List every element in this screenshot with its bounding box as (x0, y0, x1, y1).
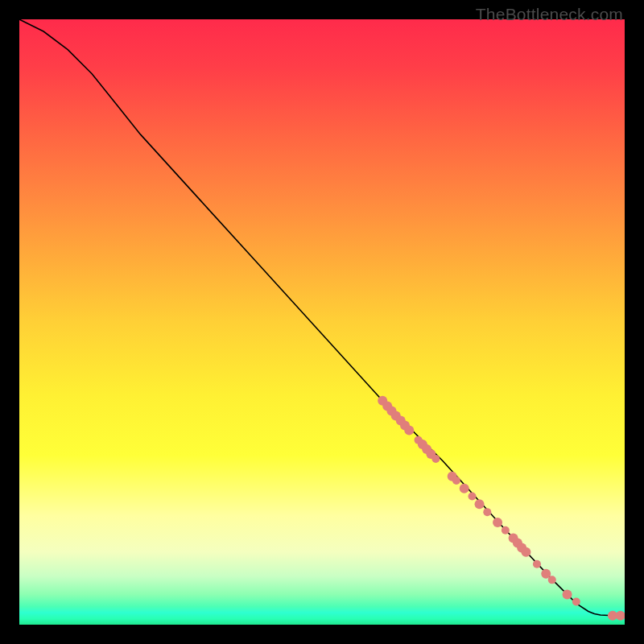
data-marker (616, 611, 625, 621)
data-marker (521, 547, 530, 557)
data-marker (572, 597, 580, 605)
chart-svg (19, 19, 625, 625)
data-marker (563, 589, 572, 599)
data-marker (475, 499, 485, 509)
data-marker (483, 508, 491, 516)
data-marker (533, 560, 541, 568)
marker-group (378, 396, 625, 621)
data-marker (548, 576, 556, 584)
data-marker (469, 493, 477, 501)
data-marker (493, 518, 502, 527)
data-marker (404, 426, 414, 436)
data-marker (452, 477, 460, 485)
watermark-text: TheBottleneck.com (476, 5, 623, 24)
data-marker (460, 484, 469, 493)
data-marker (431, 455, 440, 463)
data-curve (19, 19, 625, 616)
data-marker (502, 526, 510, 535)
